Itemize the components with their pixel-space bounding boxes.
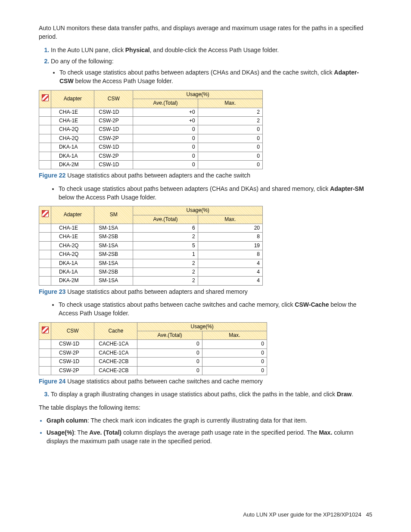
intro-text: Auto LUN monitors these data transfer pa…	[39, 24, 372, 41]
h-cache: Cache	[94, 322, 137, 340]
table-row[interactable]: CHA-1ESM-1SA620	[39, 224, 263, 232]
fig24-text: Usage statistics about paths between cac…	[65, 378, 263, 385]
cell-b: SM-1SA	[94, 277, 133, 285]
chart-icon	[42, 210, 49, 217]
h-max: Max.	[198, 215, 262, 224]
table-row[interactable]: DKA-1ACSW-1D00	[39, 143, 263, 152]
cell-ave: 0	[137, 358, 202, 366]
graph-cell	[39, 108, 51, 116]
fig22-text: Usage statistics about paths between ada…	[65, 172, 250, 179]
step3-pre: To display a graph illustrating changes …	[51, 391, 337, 398]
cell-b: CACHE-1CA	[94, 348, 137, 357]
table-row[interactable]: CSW-2PCACHE-2CB00	[39, 366, 267, 375]
cell-ave: +0	[133, 116, 198, 125]
fig24-label: Figure 24	[39, 378, 65, 385]
table-row[interactable]: DKA-1ASM-2SB24	[39, 268, 263, 276]
cell-a: CSW-1D	[51, 358, 94, 366]
bullet-adapter-csw: To check usage statistics about paths be…	[59, 68, 372, 86]
table-row[interactable]: CHA-2QCSW-1D00	[39, 125, 263, 134]
graph-cell	[39, 259, 51, 268]
h-usage: Usage(%)	[133, 206, 263, 215]
figure23-caption: Figure 23 Usage statistics about paths b…	[39, 287, 372, 296]
cell-max: 0	[202, 348, 267, 357]
cell-max: 4	[198, 259, 262, 268]
cell-a: CHA-2Q	[51, 250, 94, 259]
table-row[interactable]: CHA-1ECSW-1D+02	[39, 108, 263, 116]
graph-cell	[39, 366, 51, 375]
table-row[interactable]: DKA-1ACSW-2P00	[39, 152, 263, 160]
table-row[interactable]: CHA-2QSM-2SB18	[39, 250, 263, 259]
i2-bold1: Usage(%)	[47, 429, 74, 436]
fig22-label: Figure 22	[39, 172, 65, 179]
table-adapter-csw: Adapter CSW Usage(%) Ave.(Total) Max. CH…	[39, 90, 263, 170]
table-row[interactable]: CSW-1DCACHE-2CB00	[39, 358, 267, 366]
h-sm: SM	[94, 206, 133, 224]
step3-bold: Draw	[337, 391, 352, 398]
cell-b: CSW-1D	[94, 143, 133, 152]
cell-ave: 0	[137, 348, 202, 357]
items-list: Graph column: The check mark icon indica…	[39, 416, 372, 446]
page: Auto LUN monitors these data transfer pa…	[0, 0, 411, 532]
cell-max: 8	[198, 233, 262, 241]
b3-pre: To check usage statistics about paths be…	[59, 301, 295, 308]
table-row[interactable]: CHA-1ESM-2SB28	[39, 233, 263, 241]
cell-b: SM-1SA	[94, 259, 133, 268]
table-row[interactable]: CSW-2PCACHE-1CA00	[39, 348, 267, 357]
t1-body: CHA-1ECSW-1D+02CHA-1ECSW-2P+02CHA-2QCSW-…	[39, 108, 263, 169]
i2-t1: : The	[74, 429, 90, 436]
cell-max: 0	[198, 143, 262, 152]
graph-cell	[39, 143, 51, 152]
cell-max: 4	[198, 268, 262, 276]
table-row[interactable]: CHA-2QCSW-2P00	[39, 134, 263, 143]
cell-ave: 0	[137, 340, 202, 348]
footer-title: Auto LUN XP user guide for the XP128/XP1…	[243, 511, 361, 518]
step3-post: .	[352, 391, 353, 398]
cell-max: 0	[198, 152, 262, 160]
b2-bold: Adapter-SM	[330, 185, 364, 192]
h-max: Max.	[198, 99, 262, 108]
cell-a: CSW-1D	[51, 340, 94, 348]
table-row[interactable]: CSW-1DCACHE-1CA00	[39, 340, 267, 348]
graph-header-icon	[39, 90, 51, 108]
graph-cell	[39, 268, 51, 276]
step2-text: Do any of the following:	[51, 58, 114, 65]
h-max: Max.	[202, 331, 267, 339]
cell-ave: 2	[133, 259, 198, 268]
cell-max: 0	[198, 134, 262, 143]
table-row[interactable]: DKA-2MCSW-1D00	[39, 160, 263, 169]
cell-max: 0	[202, 358, 267, 366]
graph-cell	[39, 134, 51, 143]
table-row[interactable]: DKA-2MSM-1SA24	[39, 277, 263, 285]
cell-a: CHA-1E	[51, 224, 94, 232]
i2-t2: column displays the average path usage r…	[121, 429, 319, 436]
cell-b: SM-1SA	[94, 224, 133, 232]
cell-ave: +0	[133, 108, 198, 116]
table-row[interactable]: CHA-1ECSW-2P+02	[39, 116, 263, 125]
cell-b: CSW-1D	[94, 160, 133, 169]
cell-b: SM-1SA	[94, 241, 133, 250]
table-adapter-sm: Adapter SM Usage(%) Ave.(Total) Max. CHA…	[39, 206, 263, 286]
cell-b: CACHE-2CB	[94, 366, 137, 375]
cell-b: SM-2SB	[94, 268, 133, 276]
cell-ave: 2	[133, 277, 198, 285]
cell-a: CHA-1E	[51, 108, 94, 116]
chart-icon	[42, 94, 49, 101]
footer-page: 45	[366, 511, 372, 518]
h-ave: Ave.(Total)	[133, 99, 198, 108]
cell-max: 0	[198, 160, 262, 169]
graph-cell	[39, 224, 51, 232]
chart-icon	[42, 327, 49, 333]
cell-ave: 0	[133, 134, 198, 143]
cell-max: 19	[198, 241, 262, 250]
cell-b: CSW-1D	[94, 125, 133, 134]
cell-max: 8	[198, 250, 262, 259]
cell-max: 20	[198, 224, 262, 232]
table-row[interactable]: DKA-1ASM-1SA24	[39, 259, 263, 268]
step2-sublist: To check usage statistics about paths be…	[51, 68, 372, 86]
cell-a: CSW-2P	[51, 366, 94, 375]
b1-post: below the Access Path Usage folder.	[74, 78, 173, 84]
closing-text: The table displays the following items:	[39, 403, 372, 412]
table-row[interactable]: CHA-2QSM-1SA519	[39, 241, 263, 250]
h-csw: CSW	[51, 322, 94, 340]
cell-a: DKA-1A	[51, 268, 94, 276]
